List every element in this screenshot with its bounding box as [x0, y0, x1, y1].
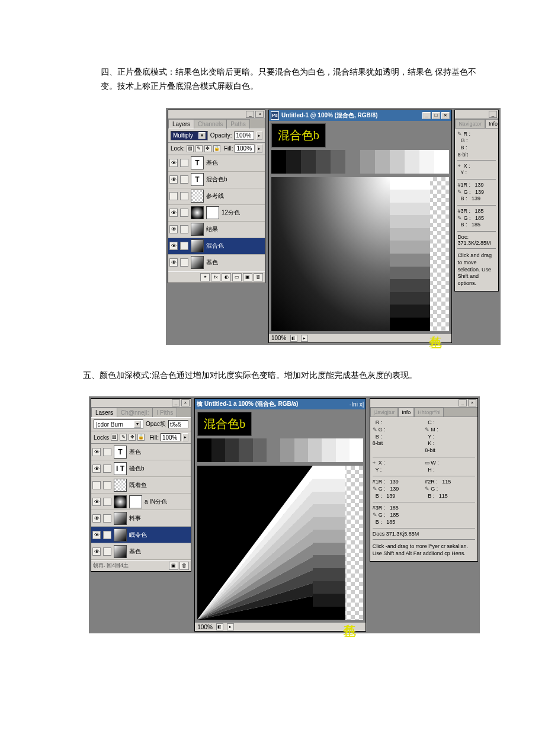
link-slot[interactable] — [180, 192, 188, 200]
layer-row[interactable]: 👁 基色 — [91, 543, 191, 560]
panel-min-icon[interactable]: _ — [459, 399, 467, 406]
tab-layers[interactable]: Layers — [168, 119, 194, 129]
status-arrow-icon[interactable]: ▸ — [301, 335, 308, 342]
link-slot[interactable] — [103, 531, 111, 539]
zoom-value[interactable]: 100% — [271, 335, 287, 341]
panel-close-icon[interactable]: × — [181, 399, 190, 406]
tab-navigator[interactable]: jJavigjtur — [370, 408, 399, 417]
layer-row-selected[interactable]: 👁 眠令色 — [91, 527, 191, 543]
minimize-icon[interactable]: _ — [422, 112, 431, 119]
visibility-icon[interactable]: 👁 — [169, 242, 178, 250]
visibility-icon[interactable]: 👁 — [169, 159, 178, 167]
fill-arrow-icon[interactable]: ▸ — [182, 433, 188, 441]
eyedropper-icon: ✎ — [457, 131, 463, 137]
link-slot[interactable] — [180, 225, 188, 233]
status-icon[interactable]: ◧ — [290, 335, 297, 342]
link-slot[interactable] — [103, 498, 111, 506]
panel-min-icon[interactable]: _ — [489, 111, 497, 118]
folder-icon[interactable]: ▭ — [232, 273, 242, 281]
link-slot[interactable] — [103, 514, 111, 523]
status-arrow-icon[interactable]: ▸ — [227, 623, 234, 630]
tab-layers[interactable]: Lasers — [91, 408, 117, 417]
visibility-icon[interactable] — [92, 481, 101, 489]
fill-input[interactable]: 100% — [235, 145, 255, 153]
status-icon[interactable]: ◧ — [216, 623, 223, 630]
link-slot[interactable] — [103, 547, 111, 556]
close-icon[interactable]: × — [441, 112, 450, 119]
tab-paths[interactable]: Paths — [226, 119, 250, 129]
opacity-arrow-icon[interactable]: ▸ — [257, 132, 262, 140]
layer-row[interactable]: 👁 I T 磁色b — [91, 460, 191, 477]
lock-move-icon[interactable]: ✥ — [204, 145, 211, 152]
visibility-icon[interactable]: 👁 — [92, 531, 101, 539]
link-slot[interactable] — [103, 481, 111, 489]
visibility-icon[interactable]: 👁 — [92, 448, 101, 456]
fill-input[interactable]: 100% — [161, 433, 181, 441]
lock-brush-icon[interactable]: ✎ — [195, 145, 203, 152]
layer-row[interactable]: 👁 T 基色 — [168, 155, 265, 172]
panel-min-icon[interactable]: _ — [172, 399, 180, 406]
link-slot[interactable] — [180, 175, 188, 184]
visibility-icon[interactable]: 👁 — [92, 514, 101, 523]
zoom-value[interactable]: 100% — [197, 624, 213, 630]
fill-arrow-icon[interactable]: ▸ — [257, 145, 262, 153]
panel-close-icon[interactable]: × — [468, 399, 476, 406]
layer-row[interactable]: 参考线 — [168, 188, 265, 205]
tab-histogram[interactable]: Hhtogr^hi — [414, 408, 444, 417]
layer-row[interactable]: 👁 T 混合色b — [168, 172, 265, 188]
panel-close-icon[interactable]: × — [255, 111, 264, 118]
layer-row[interactable]: 👁 12分色 — [168, 205, 265, 222]
visibility-icon[interactable] — [169, 192, 178, 200]
tab-navigator[interactable]: Navigator — [455, 119, 485, 128]
layer-row[interactable]: 👁 T 基色 — [91, 444, 191, 460]
lock-transparency-icon[interactable]: ▨ — [187, 145, 194, 152]
visibility-icon[interactable]: 👁 — [169, 209, 178, 217]
visibility-icon[interactable]: 👁 — [169, 225, 178, 233]
layer-row-selected[interactable]: 👁 混合色 — [168, 238, 265, 255]
visibility-icon[interactable]: 👁 — [92, 465, 101, 473]
lock-transparency-icon[interactable]: ▨ — [111, 434, 118, 441]
tab-paths[interactable]: I Piths — [152, 408, 177, 417]
window-titlebar[interactable]: 檎 Untitled-1 a 100% (混合色, RGB/a) -Ini x| — [195, 399, 366, 409]
link-slot[interactable] — [180, 242, 188, 250]
maximize-icon[interactable]: □ — [432, 112, 440, 119]
link-slot[interactable] — [103, 465, 111, 473]
layer-row[interactable]: 👁 基色 — [168, 255, 265, 271]
close-text[interactable]: -Ini x| — [350, 401, 364, 408]
opacity-input[interactable]: t‰§ — [168, 420, 188, 428]
trash-icon[interactable]: 🗑 — [179, 562, 189, 570]
window-titlebar[interactable]: Ps Untitled-1 @ 100% (混合色, RGB/8) _ □ × — [269, 110, 451, 121]
new-layer-icon[interactable]: ▣ — [243, 273, 252, 281]
link-icon[interactable]: ⚭ — [200, 273, 210, 281]
visibility-icon[interactable]: 👁 — [169, 175, 178, 184]
new-layer-icon[interactable]: ▣ — [169, 562, 178, 570]
link-slot[interactable] — [180, 159, 188, 167]
mask-icon[interactable]: ◐ — [222, 273, 231, 281]
tab-channels[interactable]: Channels — [194, 119, 227, 129]
blend-mode-dropdown[interactable]: |cdor Burn ▾ — [94, 419, 143, 429]
tab-channels[interactable]: Ch@nnejI: — [117, 408, 153, 417]
link-slot[interactable] — [180, 258, 188, 267]
opacity-input[interactable]: 100% — [234, 132, 254, 140]
lock-brush-icon[interactable]: ✎ — [120, 434, 127, 441]
visibility-icon[interactable]: 👁 — [92, 547, 101, 556]
visibility-icon[interactable]: 👁 — [92, 498, 101, 506]
blend-mode-dropdown[interactable]: Multiply ▾ — [171, 131, 208, 140]
trash-icon[interactable]: 🗑 — [254, 273, 263, 281]
link-slot[interactable] — [180, 209, 188, 217]
tab-info[interactable]: Info — [485, 119, 499, 128]
tab-info[interactable]: Info — [398, 408, 414, 417]
lock-move-icon[interactable]: ✥ — [129, 434, 136, 441]
panel-min-icon[interactable]: _ — [246, 111, 254, 118]
lock-all-icon[interactable]: 🔒 — [213, 145, 220, 152]
fx-icon[interactable]: fx — [211, 273, 220, 281]
canvas-area[interactable]: 基色 — [197, 466, 363, 620]
link-slot[interactable] — [103, 448, 111, 456]
canvas-area[interactable]: 基色 — [271, 177, 449, 331]
layer-row[interactable]: 👁 a IN分色 — [91, 494, 191, 510]
layer-row[interactable]: 👁 料事 — [91, 510, 191, 527]
visibility-icon[interactable]: 👁 — [169, 258, 178, 267]
layer-row[interactable]: 👁 结果 — [168, 222, 265, 238]
lock-all-icon[interactable]: 🔒 — [137, 434, 145, 441]
layer-row[interactable]: 既着鱼 — [91, 477, 191, 494]
